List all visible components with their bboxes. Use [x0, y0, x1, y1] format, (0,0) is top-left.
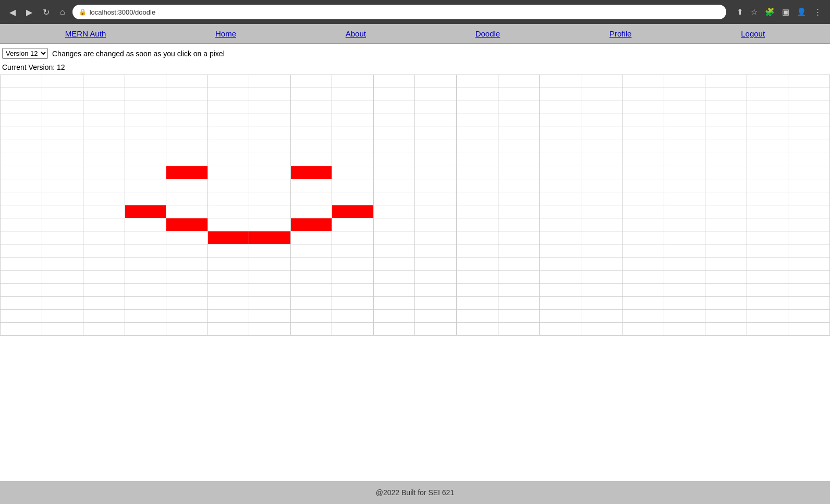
pixel-cell[interactable] — [498, 205, 540, 218]
pixel-cell[interactable] — [1, 218, 42, 231]
pixel-cell[interactable] — [664, 310, 705, 323]
pixel-cell[interactable] — [664, 88, 705, 101]
pixel-cell[interactable] — [249, 244, 291, 257]
pixel-cell[interactable] — [457, 140, 498, 153]
pixel-cell[interactable] — [166, 114, 208, 127]
pixel-cell[interactable] — [1, 101, 42, 114]
pixel-cell[interactable] — [457, 297, 498, 310]
pixel-cell[interactable] — [415, 140, 457, 153]
pixel-cell[interactable] — [457, 271, 498, 284]
pixel-cell[interactable] — [332, 114, 374, 127]
pixel-cell[interactable] — [1, 75, 42, 88]
split-view-button[interactable]: ▣ — [780, 5, 791, 19]
pixel-cell[interactable] — [249, 192, 291, 205]
pixel-cell[interactable] — [622, 244, 664, 257]
pixel-cell[interactable] — [42, 127, 83, 140]
share-button[interactable]: ⬆ — [735, 5, 746, 19]
pixel-cell[interactable] — [581, 244, 622, 257]
home-button[interactable]: ⌂ — [57, 5, 68, 19]
pixel-cell[interactable] — [415, 192, 457, 205]
pixel-cell[interactable] — [622, 271, 664, 284]
pixel-cell[interactable] — [249, 101, 291, 114]
pixel-cell[interactable] — [1, 297, 42, 310]
pixel-cell[interactable] — [457, 257, 498, 271]
pixel-cell[interactable] — [332, 101, 374, 114]
pixel-cell[interactable] — [622, 140, 664, 153]
pixel-cell[interactable] — [42, 75, 83, 88]
pixel-cell[interactable] — [581, 297, 622, 310]
pixel-cell[interactable] — [290, 192, 332, 205]
pixel-cell[interactable] — [705, 166, 747, 179]
pixel-cell[interactable] — [249, 257, 291, 271]
reload-button[interactable]: ↻ — [40, 5, 53, 19]
pixel-cell[interactable] — [747, 88, 788, 101]
pixel-cell[interactable] — [290, 231, 332, 244]
pixel-cell[interactable] — [747, 310, 788, 323]
pixel-cell[interactable] — [166, 88, 208, 101]
pixel-cell[interactable] — [622, 231, 664, 244]
pixel-cell[interactable] — [83, 218, 125, 231]
pixel-cell[interactable] — [42, 244, 83, 257]
pixel-cell[interactable] — [498, 153, 540, 166]
pixel-cell[interactable] — [125, 179, 166, 192]
pixel-cell[interactable] — [705, 244, 747, 257]
pixel-cell[interactable] — [540, 114, 581, 127]
pixel-cell[interactable] — [249, 310, 291, 323]
pixel-cell[interactable] — [207, 153, 249, 166]
pixel-cell[interactable] — [332, 271, 374, 284]
pixel-cell[interactable] — [622, 310, 664, 323]
pixel-cell[interactable] — [332, 127, 374, 140]
pixel-cell[interactable] — [622, 75, 664, 88]
pixel-cell[interactable] — [540, 218, 581, 231]
pixel-cell[interactable] — [42, 231, 83, 244]
pixel-cell[interactable] — [457, 153, 498, 166]
pixel-cell[interactable] — [83, 271, 125, 284]
pixel-cell[interactable] — [415, 231, 457, 244]
pixel-cell[interactable] — [1, 271, 42, 284]
pixel-cell[interactable] — [540, 179, 581, 192]
pixel-cell[interactable] — [788, 323, 830, 336]
pixel-cell[interactable] — [83, 153, 125, 166]
nav-logout[interactable]: Logout — [741, 29, 765, 38]
pixel-cell[interactable] — [207, 244, 249, 257]
pixel-cell[interactable] — [332, 218, 374, 231]
pixel-cell[interactable] — [290, 271, 332, 284]
pixel-cell[interactable] — [249, 114, 291, 127]
pixel-cell[interactable] — [1, 140, 42, 153]
pixel-cell[interactable] — [747, 140, 788, 153]
pixel-cell[interactable] — [83, 101, 125, 114]
pixel-cell[interactable] — [705, 153, 747, 166]
pixel-cell[interactable] — [498, 231, 540, 244]
pixel-cell[interactable] — [290, 323, 332, 336]
pixel-cell[interactable] — [747, 114, 788, 127]
pixel-cell[interactable] — [125, 284, 166, 297]
pixel-cell[interactable] — [373, 231, 415, 244]
pixel-cell[interactable] — [1, 323, 42, 336]
pixel-cell[interactable] — [747, 218, 788, 231]
pixel-cell[interactable] — [664, 75, 705, 88]
pixel-cell[interactable] — [415, 244, 457, 257]
pixel-cell[interactable] — [373, 114, 415, 127]
pixel-cell[interactable] — [415, 218, 457, 231]
pixel-cell[interactable] — [290, 218, 332, 231]
pixel-cell[interactable] — [415, 205, 457, 218]
pixel-cell[interactable] — [83, 297, 125, 310]
pixel-cell[interactable] — [42, 166, 83, 179]
pixel-cell[interactable] — [42, 205, 83, 218]
pixel-cell[interactable] — [540, 205, 581, 218]
pixel-cell[interactable] — [540, 166, 581, 179]
pixel-cell[interactable] — [705, 284, 747, 297]
pixel-cell[interactable] — [747, 257, 788, 271]
pixel-cell[interactable] — [249, 323, 291, 336]
pixel-cell[interactable] — [415, 297, 457, 310]
pixel-cell[interactable] — [332, 192, 374, 205]
pixel-cell[interactable] — [540, 192, 581, 205]
pixel-cell[interactable] — [747, 166, 788, 179]
pixel-cell[interactable] — [249, 75, 291, 88]
pixel-cell[interactable] — [373, 310, 415, 323]
pixel-cell[interactable] — [747, 323, 788, 336]
pixel-cell[interactable] — [747, 231, 788, 244]
pixel-cell[interactable] — [373, 166, 415, 179]
pixel-cell[interactable] — [166, 166, 208, 179]
pixel-cell[interactable] — [166, 310, 208, 323]
